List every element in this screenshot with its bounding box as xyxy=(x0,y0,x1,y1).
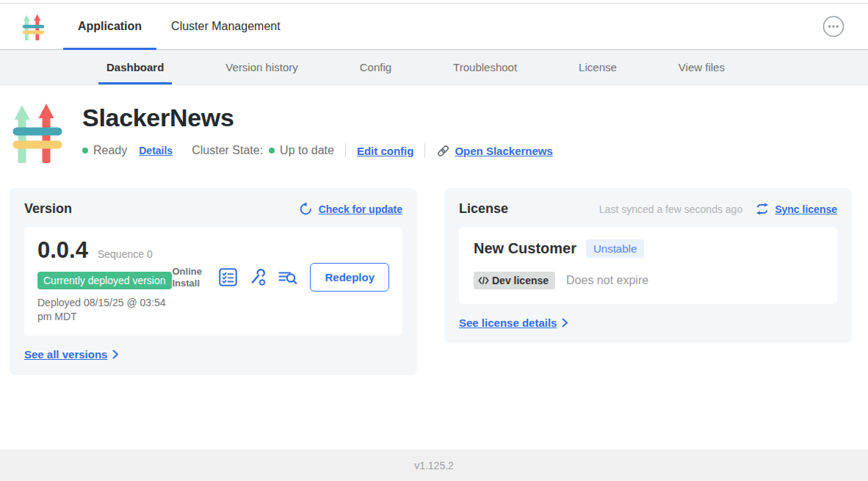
subnav-item-license[interactable]: License xyxy=(571,50,625,84)
see-license-details-label: See license details xyxy=(459,317,557,329)
open-app-link[interactable]: Open Slackernews xyxy=(436,144,552,158)
subnav-license-label: License xyxy=(579,61,617,73)
subnav-version-history-label: Version history xyxy=(225,61,297,73)
view-logs-button[interactable] xyxy=(278,267,299,287)
status-details-link[interactable]: Details xyxy=(139,145,173,156)
sync-license-label: Sync license xyxy=(775,203,837,215)
see-all-versions-label: See all versions xyxy=(24,348,107,361)
see-license-details-link[interactable]: See license details xyxy=(459,317,837,329)
tab-application-label: Application xyxy=(78,20,142,33)
top-nav-tabs: Application Cluster Management xyxy=(63,4,295,49)
tab-cluster-management-label: Cluster Management xyxy=(171,20,281,33)
code-brackets-icon xyxy=(478,276,489,285)
see-all-versions-link[interactable]: See all versions xyxy=(24,348,402,361)
app-subnav: Dashboard Version history Config Trouble… xyxy=(0,50,868,85)
top-navbar: Application Cluster Management xyxy=(0,3,868,50)
dashboard-cards: Version Check for update 0.0.4 Sequence … xyxy=(0,188,868,375)
customer-name: New Customer xyxy=(474,240,576,257)
chevron-right-icon xyxy=(112,350,119,359)
app-status-dot xyxy=(82,148,88,153)
cluster-state-label: Cluster State: xyxy=(192,144,263,157)
license-expiration: Does not expire xyxy=(566,274,648,287)
channel-badge: Unstable xyxy=(586,239,644,258)
license-card-title: License xyxy=(459,201,508,217)
license-type-label: Dev license xyxy=(492,275,549,286)
refresh-icon xyxy=(299,202,313,216)
console-footer: v1.125.2 xyxy=(0,449,868,481)
subnav-troubleshoot-label: Troubleshoot xyxy=(453,61,517,73)
app-logo-icon-large xyxy=(12,101,63,163)
app-status-text: Ready xyxy=(93,144,127,157)
subnav-dashboard-label: Dashboard xyxy=(106,61,164,73)
license-card: License Last synced a few seconds ago Sy… xyxy=(444,188,852,344)
check-for-update-label: Check for update xyxy=(319,203,402,215)
sync-arrows-icon xyxy=(755,203,770,215)
last-synced-text: Last synced a few seconds ago xyxy=(599,203,742,215)
tab-application[interactable]: Application xyxy=(63,4,156,49)
subnav-item-troubleshoot[interactable]: Troubleshoot xyxy=(445,50,525,84)
sync-license-link[interactable]: Sync license xyxy=(755,203,837,215)
subnav-item-version-history[interactable]: Version history xyxy=(217,50,305,84)
deployed-timestamp: Deployed 08/15/25 @ 03:54 pm MDT xyxy=(37,296,172,324)
logs-magnifier-icon xyxy=(278,267,299,287)
open-app-label: Open Slackernews xyxy=(455,145,552,157)
cluster-state-value: Up to date xyxy=(280,144,334,157)
app-header: SlackerNews Ready Details Cluster State:… xyxy=(0,85,868,163)
install-type-label: Online Install xyxy=(172,266,209,289)
preflight-checks-button[interactable] xyxy=(218,267,238,287)
subnav-item-dashboard[interactable]: Dashboard xyxy=(98,50,172,84)
subnav-view-files-label: View files xyxy=(679,61,725,73)
tab-cluster-management[interactable]: Cluster Management xyxy=(156,4,295,49)
edit-config-icon-button[interactable] xyxy=(247,267,268,288)
ellipsis-icon xyxy=(822,15,845,37)
deployed-status-badge: Currently deployed version xyxy=(37,272,172,289)
overflow-menu-button[interactable] xyxy=(822,15,845,37)
version-number: 0.0.4 xyxy=(37,237,88,264)
version-card-title: Version xyxy=(24,201,72,217)
current-version-panel: 0.0.4 Sequence 0 Currently deployed vers… xyxy=(24,227,402,336)
subnav-config-label: Config xyxy=(360,61,391,73)
check-for-update-link[interactable]: Check for update xyxy=(299,202,402,216)
chain-link-icon xyxy=(436,144,450,158)
subnav-item-view-files[interactable]: View files xyxy=(670,50,733,84)
license-type-badge: Dev license xyxy=(474,272,555,289)
app-logo-icon xyxy=(22,13,45,40)
wrench-gear-icon xyxy=(247,267,268,288)
version-card: Version Check for update 0.0.4 Sequence … xyxy=(10,188,417,375)
divider xyxy=(424,143,425,158)
redeploy-button[interactable]: Redeploy xyxy=(310,263,389,292)
chevron-right-icon xyxy=(562,318,568,328)
console-version-text: v1.125.2 xyxy=(414,460,454,471)
checklist-icon xyxy=(218,267,238,287)
edit-config-link[interactable]: Edit config xyxy=(357,145,414,157)
page-title: SlackerNews xyxy=(82,104,553,132)
license-details-panel: New Customer Unstable Dev lice xyxy=(459,227,837,304)
cluster-state-dot xyxy=(269,148,275,153)
subnav-item-config[interactable]: Config xyxy=(352,50,399,84)
version-sequence: Sequence 0 xyxy=(98,248,153,260)
divider xyxy=(345,143,346,158)
